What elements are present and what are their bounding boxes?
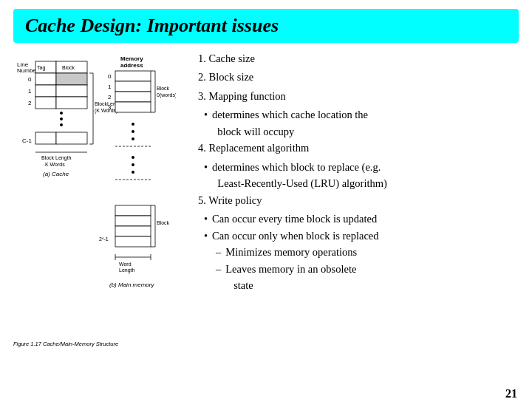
item-4: 4. Replacement algorithm xyxy=(198,140,519,156)
content-area: Line Number Tag Block 0 1 2 xyxy=(13,50,519,375)
bullet-dot-2: • xyxy=(204,159,208,192)
slide: Cache Design: Important issues Line Numb… xyxy=(0,9,532,399)
item-1: 1. Cache size xyxy=(198,50,519,66)
bullet-4-text: Can occur only when block is replaced xyxy=(212,228,378,244)
svg-rect-14 xyxy=(56,97,87,109)
svg-text:1: 1 xyxy=(28,88,32,95)
svg-text:Block: Block xyxy=(157,86,170,91)
dash-1: – xyxy=(216,244,221,260)
svg-text:0: 0 xyxy=(108,73,112,80)
dash-2: – xyxy=(216,261,221,294)
item-3-text: 3. Mapping function xyxy=(198,90,286,102)
item-5: 5. Write policy xyxy=(198,192,519,208)
svg-text:0: 0 xyxy=(28,76,32,83)
svg-point-45 xyxy=(132,123,134,126)
svg-text:2ⁿ-1: 2ⁿ-1 xyxy=(99,236,109,242)
svg-text:Number: Number xyxy=(17,67,38,74)
svg-rect-36 xyxy=(115,92,151,102)
svg-point-51 xyxy=(132,171,134,174)
svg-rect-10 xyxy=(35,85,56,97)
svg-text:C-1: C-1 xyxy=(22,137,32,144)
bullet-1-text: determines which cache location the bloc… xyxy=(212,106,368,140)
bullet-dot-1: • xyxy=(204,106,208,140)
svg-rect-19 xyxy=(35,132,56,144)
sub-item-2: – Leaves memory in an obsolete state xyxy=(216,261,519,294)
item-4-text: 4. Replacement algorithm xyxy=(198,142,309,154)
svg-point-16 xyxy=(60,117,63,120)
bullet-3: • Can occur every time block is updated xyxy=(204,211,519,227)
svg-rect-38 xyxy=(115,102,151,112)
svg-rect-53 xyxy=(115,205,151,216)
bullet-2: • determines which block to replace (e.g… xyxy=(204,159,519,192)
svg-rect-54 xyxy=(115,216,151,226)
cache-memory-diagram: Line Number Tag Block 0 1 2 xyxy=(13,50,176,361)
svg-text:Figure 1.17  Cache/Main-Memory: Figure 1.17 Cache/Main-Memory Structure xyxy=(13,341,118,347)
bullet-3-text: Can occur every time block is updated xyxy=(212,211,377,227)
sub-item-1-text: Minimizes memory operations xyxy=(225,244,357,260)
svg-rect-55 xyxy=(115,226,151,236)
bullet-dot-3: • xyxy=(204,211,208,227)
svg-point-49 xyxy=(132,156,134,159)
bullet-4: • Can occur only when block is replaced xyxy=(204,228,519,244)
svg-point-47 xyxy=(132,137,134,140)
item-5-text: 5. Write policy xyxy=(198,194,262,206)
svg-rect-11 xyxy=(56,85,87,97)
item-2-text: 2. Block size xyxy=(198,71,253,83)
bullet-2-text: determines which block to replace (e.g. … xyxy=(212,159,387,192)
item-3: 3. Mapping function xyxy=(198,88,519,104)
item-2: 2. Block size xyxy=(198,69,519,85)
svg-rect-8 xyxy=(56,73,87,85)
svg-rect-32 xyxy=(115,71,151,81)
svg-text:Memory: Memory xyxy=(120,55,143,62)
svg-text:(a) Cache: (a) Cache xyxy=(43,171,69,177)
diagram-area: Line Number Tag Block 0 1 2 xyxy=(13,50,183,375)
slide-header: Cache Design: Important issues xyxy=(13,9,519,43)
svg-text:Block: Block xyxy=(157,220,170,225)
item-1-text: 1. Cache size xyxy=(198,52,255,64)
svg-text:1: 1 xyxy=(108,83,112,90)
svg-text:Word: Word xyxy=(119,262,132,267)
svg-rect-56 xyxy=(115,236,151,247)
svg-text:K Words: K Words xyxy=(45,162,65,167)
svg-text:2: 2 xyxy=(108,94,112,100)
text-content-area: 1. Cache size 2. Block size 3. Mapping f… xyxy=(183,50,519,375)
svg-point-15 xyxy=(60,112,63,115)
svg-text:3: 3 xyxy=(108,104,112,111)
svg-text:(b) Main memory: (b) Main memory xyxy=(109,282,154,288)
svg-text:(K Words): (K Words) xyxy=(95,108,117,114)
svg-rect-13 xyxy=(35,97,56,109)
svg-text:address: address xyxy=(120,62,143,69)
svg-text:0(words): 0(words) xyxy=(157,92,176,98)
bullet-dot-4: • xyxy=(204,228,208,244)
svg-rect-34 xyxy=(115,81,151,92)
page-number: 21 xyxy=(505,387,517,399)
svg-text:Tag: Tag xyxy=(37,65,45,71)
svg-text:Block Length: Block Length xyxy=(41,155,72,161)
svg-text:Length: Length xyxy=(119,267,135,273)
svg-rect-20 xyxy=(56,132,87,144)
svg-text:Block: Block xyxy=(62,65,75,70)
svg-text:2: 2 xyxy=(28,100,32,106)
svg-point-50 xyxy=(132,163,134,166)
svg-rect-7 xyxy=(35,73,56,85)
sub-item-2-text: Leaves memory in an obsolete state xyxy=(225,261,356,294)
svg-point-17 xyxy=(60,123,63,126)
sub-item-1: – Minimizes memory operations xyxy=(216,244,519,260)
svg-point-46 xyxy=(132,130,134,133)
slide-title: Cache Design: Important issues xyxy=(25,15,279,36)
bullet-1: • determines which cache location the bl… xyxy=(204,106,519,140)
